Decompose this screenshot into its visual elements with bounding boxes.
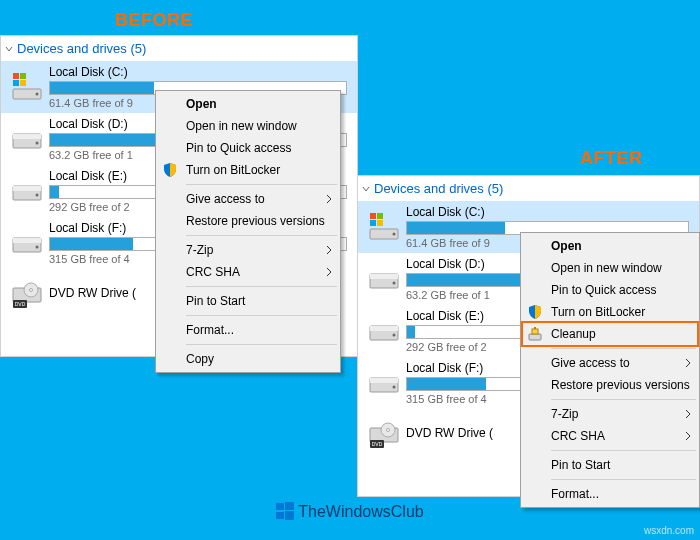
svg-point-11 bbox=[36, 194, 39, 197]
context-menu-before: OpenOpen in new windowPin to Quick acces… bbox=[155, 90, 341, 373]
chevron-down-icon bbox=[5, 45, 13, 53]
svg-rect-46 bbox=[285, 511, 294, 520]
footer-text: TheWindowsClub bbox=[298, 503, 423, 520]
menu-item-label: Open in new window bbox=[551, 261, 662, 275]
menu-item-open[interactable]: Open bbox=[158, 93, 338, 115]
before-label: BEFORE bbox=[115, 10, 193, 31]
dvd-drive-icon: DVD bbox=[368, 418, 400, 450]
svg-text:DVD: DVD bbox=[15, 301, 26, 307]
svg-rect-2 bbox=[13, 73, 19, 79]
menu-item-pin-to-quick-access[interactable]: Pin to Quick access bbox=[158, 137, 338, 159]
menu-item-open-in-new-window[interactable]: Open in new window bbox=[523, 257, 697, 279]
section-title: Devices and drives (5) bbox=[17, 41, 146, 56]
svg-point-14 bbox=[36, 246, 39, 249]
menu-separator bbox=[186, 315, 337, 316]
menu-separator bbox=[186, 286, 337, 287]
os-drive-icon bbox=[11, 71, 43, 103]
menu-item-label: Give access to bbox=[186, 192, 265, 206]
menu-item-label: CRC SHA bbox=[186, 265, 240, 279]
svg-rect-7 bbox=[13, 134, 41, 139]
svg-rect-25 bbox=[377, 220, 383, 226]
os-drive-icon bbox=[368, 211, 400, 243]
submenu-arrow-icon bbox=[326, 245, 332, 255]
menu-separator bbox=[551, 450, 696, 451]
menu-item-label: Pin to Quick access bbox=[551, 283, 656, 297]
menu-item-restore-previous-versions[interactable]: Restore previous versions bbox=[158, 210, 338, 232]
svg-rect-13 bbox=[13, 238, 41, 243]
hard-drive-icon bbox=[11, 227, 43, 259]
devices-section-header[interactable]: Devices and drives (5) bbox=[358, 176, 699, 201]
context-menu-after: OpenOpen in new windowPin to Quick acces… bbox=[520, 232, 700, 508]
svg-rect-43 bbox=[276, 503, 284, 510]
menu-item-label: Open bbox=[551, 239, 582, 253]
menu-item-open-in-new-window[interactable]: Open in new window bbox=[158, 115, 338, 137]
svg-point-37 bbox=[387, 429, 390, 432]
submenu-arrow-icon bbox=[685, 358, 691, 368]
menu-item-label: Pin to Quick access bbox=[186, 141, 291, 155]
menu-item-restore-previous-versions[interactable]: Restore previous versions bbox=[523, 374, 697, 396]
hard-drive-icon bbox=[11, 123, 43, 155]
svg-rect-22 bbox=[370, 213, 376, 219]
after-label: AFTER bbox=[580, 148, 643, 169]
svg-rect-45 bbox=[276, 512, 284, 519]
menu-item-crc-sha[interactable]: CRC SHA bbox=[523, 425, 697, 447]
menu-item-label: Pin to Start bbox=[551, 458, 610, 472]
svg-rect-42 bbox=[534, 327, 536, 329]
menu-item-pin-to-start[interactable]: Pin to Start bbox=[158, 290, 338, 312]
submenu-arrow-icon bbox=[326, 194, 332, 204]
menu-item-label: Cleanup bbox=[551, 327, 596, 341]
menu-item-copy[interactable]: Copy bbox=[158, 348, 338, 370]
menu-separator bbox=[186, 235, 337, 236]
shield-icon bbox=[162, 162, 178, 178]
hard-drive-icon bbox=[368, 367, 400, 399]
menu-item-label: Open bbox=[186, 97, 217, 111]
svg-point-21 bbox=[393, 233, 396, 236]
menu-item-pin-to-start[interactable]: Pin to Start bbox=[523, 454, 697, 476]
menu-item-turn-on-bitlocker[interactable]: Turn on BitLocker bbox=[158, 159, 338, 181]
hard-drive-icon bbox=[11, 175, 43, 207]
svg-rect-33 bbox=[370, 378, 398, 383]
menu-item-crc-sha[interactable]: CRC SHA bbox=[158, 261, 338, 283]
menu-item-label: CRC SHA bbox=[551, 429, 605, 443]
menu-item-7-zip[interactable]: 7-Zip bbox=[523, 403, 697, 425]
menu-item-label: Open in new window bbox=[186, 119, 297, 133]
shield-icon bbox=[527, 304, 543, 320]
svg-point-1 bbox=[36, 93, 39, 96]
dvd-drive-icon: DVD bbox=[11, 278, 43, 310]
chevron-down-icon bbox=[362, 185, 370, 193]
menu-item-label: 7-Zip bbox=[186, 243, 213, 257]
drive-name: Local Disk (C:) bbox=[406, 205, 689, 219]
svg-point-17 bbox=[30, 289, 33, 292]
menu-item-give-access-to[interactable]: Give access to bbox=[158, 188, 338, 210]
menu-item-label: Give access to bbox=[551, 356, 630, 370]
menu-item-turn-on-bitlocker[interactable]: Turn on BitLocker bbox=[523, 301, 697, 323]
menu-item-label: Pin to Start bbox=[186, 294, 245, 308]
svg-rect-3 bbox=[20, 73, 26, 79]
menu-item-give-access-to[interactable]: Give access to bbox=[523, 352, 697, 374]
menu-separator bbox=[551, 479, 696, 480]
devices-section-header[interactable]: Devices and drives (5) bbox=[1, 36, 357, 61]
menu-item-label: Restore previous versions bbox=[186, 214, 325, 228]
menu-item-cleanup[interactable]: Cleanup bbox=[521, 321, 699, 347]
drive-name: Local Disk (C:) bbox=[49, 65, 347, 79]
svg-point-34 bbox=[393, 386, 396, 389]
submenu-arrow-icon bbox=[685, 431, 691, 441]
menu-separator bbox=[551, 399, 696, 400]
svg-rect-27 bbox=[370, 274, 398, 279]
menu-separator bbox=[551, 348, 696, 349]
menu-item-label: Restore previous versions bbox=[551, 378, 690, 392]
svg-rect-4 bbox=[13, 80, 19, 86]
menu-item-label: Copy bbox=[186, 352, 214, 366]
svg-point-8 bbox=[36, 142, 39, 145]
hard-drive-icon bbox=[368, 315, 400, 347]
menu-item-pin-to-quick-access[interactable]: Pin to Quick access bbox=[523, 279, 697, 301]
menu-item-open[interactable]: Open bbox=[523, 235, 697, 257]
submenu-arrow-icon bbox=[685, 409, 691, 419]
menu-item-format[interactable]: Format... bbox=[158, 319, 338, 341]
footer-branding: TheWindowsClub bbox=[0, 502, 700, 524]
svg-rect-10 bbox=[13, 186, 41, 191]
svg-rect-23 bbox=[377, 213, 383, 219]
svg-rect-5 bbox=[20, 80, 26, 86]
svg-text:DVD: DVD bbox=[372, 441, 383, 447]
menu-item-7-zip[interactable]: 7-Zip bbox=[158, 239, 338, 261]
